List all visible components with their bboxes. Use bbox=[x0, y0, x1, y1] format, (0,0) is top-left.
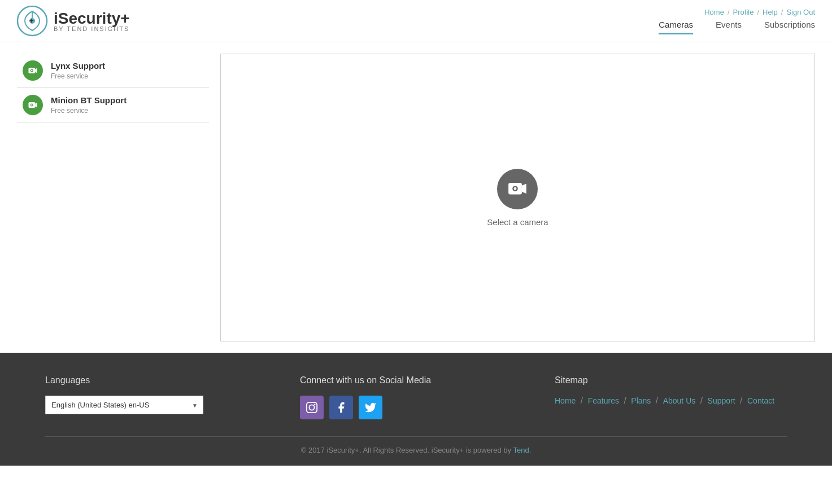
copyright-text: © 2017 iSecurity+. All Rights Reserved. … bbox=[301, 446, 511, 454]
camera-name-lynx: Lynx Support bbox=[51, 61, 105, 71]
languages-title: Languages bbox=[45, 375, 277, 385]
svg-point-10 bbox=[31, 104, 33, 106]
nav-subscriptions[interactable]: Subscriptions bbox=[764, 20, 815, 34]
main-content: Lynx Support Free service Minion BT Supp… bbox=[0, 42, 832, 353]
sitemap-plans[interactable]: Plans bbox=[631, 396, 651, 405]
camera-name-minion: Minion BT Support bbox=[51, 95, 127, 105]
footer-grid: Languages English (United States) en-US … bbox=[45, 375, 787, 419]
user-links: Home / Profile / Help / Sign Out bbox=[704, 8, 815, 16]
camera-service-minion: Free service bbox=[51, 107, 88, 115]
footer-social: Connect with us on Social Media bbox=[300, 375, 532, 419]
logo-sub: BY TEND INSIGHTS bbox=[54, 25, 130, 32]
svg-text:+: + bbox=[29, 16, 34, 25]
twitter-icon bbox=[364, 401, 377, 414]
sitemap-features[interactable]: Features bbox=[588, 396, 619, 405]
language-select-wrap[interactable]: English (United States) en-US bbox=[45, 396, 203, 414]
facebook-button[interactable] bbox=[329, 396, 353, 419]
select-camera-label: Select a camera bbox=[487, 217, 548, 227]
social-title: Connect with us on Social Media bbox=[300, 375, 532, 385]
top-right: Home / Profile / Help / Sign Out Cameras… bbox=[659, 8, 815, 34]
signout-link[interactable]: Sign Out bbox=[786, 8, 815, 16]
home-link[interactable]: Home bbox=[704, 8, 724, 16]
main-nav: Cameras Events Subscriptions bbox=[659, 20, 815, 34]
sitemap-home[interactable]: Home bbox=[555, 396, 576, 405]
camera-svg-lynx bbox=[27, 65, 38, 76]
svg-point-18 bbox=[314, 404, 316, 406]
select-camera-placeholder: Select a camera bbox=[487, 169, 548, 227]
svg-marker-15 bbox=[522, 183, 526, 193]
camera-item-minion[interactable]: Minion BT Support Free service bbox=[17, 88, 209, 122]
nav-events[interactable]: Events bbox=[716, 20, 742, 34]
logo-name: iSecurity+ bbox=[54, 10, 130, 27]
language-select[interactable]: English (United States) en-US bbox=[45, 396, 203, 414]
svg-marker-7 bbox=[35, 68, 37, 73]
logo-text-area: iSecurity+ BY TEND INSIGHTS bbox=[54, 10, 130, 32]
camera-icon-lynx bbox=[23, 60, 43, 81]
svg-point-6 bbox=[31, 70, 33, 72]
footer-languages: Languages English (United States) en-US bbox=[45, 375, 277, 419]
footer: Languages English (United States) en-US … bbox=[0, 353, 832, 466]
camera-panel: Select a camera bbox=[220, 54, 815, 341]
svg-rect-16 bbox=[307, 402, 317, 413]
footer-sitemap: Sitemap Home / Features / Plans / About … bbox=[555, 375, 787, 419]
camera-icon-minion bbox=[23, 95, 43, 115]
twitter-button[interactable] bbox=[359, 396, 382, 419]
instagram-icon bbox=[306, 401, 318, 414]
profile-link[interactable]: Profile bbox=[733, 8, 754, 16]
svg-marker-11 bbox=[35, 103, 37, 107]
camera-item-lynx[interactable]: Lynx Support Free service bbox=[17, 54, 209, 88]
sitemap-support[interactable]: Support bbox=[708, 396, 735, 405]
sitemap-links: Home / Features / Plans / About Us / Sup… bbox=[555, 396, 787, 406]
svg-point-14 bbox=[514, 187, 517, 190]
logo-area: + iSecurity+ BY TEND INSIGHTS bbox=[17, 6, 130, 37]
sitemap-aboutus[interactable]: About Us bbox=[663, 396, 696, 405]
facebook-icon bbox=[335, 401, 347, 414]
camera-service-lynx: Free service bbox=[51, 72, 88, 80]
header: + iSecurity+ BY TEND INSIGHTS Home / Pro… bbox=[0, 0, 832, 42]
logo-icon: + bbox=[17, 6, 48, 37]
copyright-brand[interactable]: Tend bbox=[513, 446, 529, 454]
nav-cameras[interactable]: Cameras bbox=[659, 20, 693, 34]
camera-placeholder-svg bbox=[507, 178, 528, 200]
copyright-end: . bbox=[529, 446, 532, 454]
camera-info-lynx: Lynx Support Free service bbox=[51, 61, 105, 81]
svg-point-17 bbox=[309, 405, 314, 410]
instagram-button[interactable] bbox=[300, 396, 324, 419]
sitemap-title: Sitemap bbox=[555, 375, 787, 385]
footer-bottom: © 2017 iSecurity+. All Rights Reserved. … bbox=[45, 436, 787, 454]
social-icons bbox=[300, 396, 532, 419]
help-link[interactable]: Help bbox=[763, 8, 778, 16]
camera-info-minion: Minion BT Support Free service bbox=[51, 95, 127, 115]
sidebar: Lynx Support Free service Minion BT Supp… bbox=[17, 54, 209, 341]
select-camera-icon bbox=[497, 169, 538, 209]
sitemap-contact[interactable]: Contact bbox=[747, 396, 774, 405]
camera-svg-minion bbox=[27, 99, 38, 111]
